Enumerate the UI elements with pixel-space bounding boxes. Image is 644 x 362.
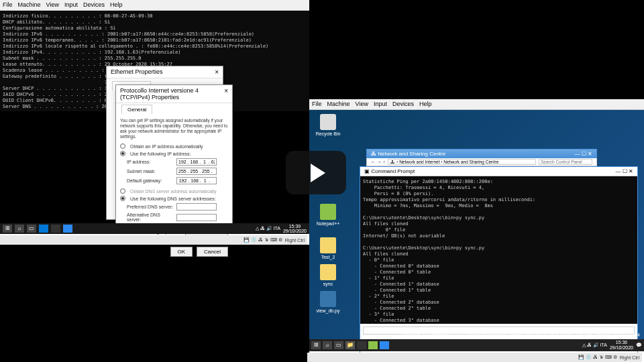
vm-statusbar-right: 💾 💿 🖧 🖱 ⌨ ⚙ Right Ctrl xyxy=(307,353,642,362)
alternative-dns-field[interactable] xyxy=(176,214,217,221)
ip-address-field[interactable] xyxy=(176,158,217,166)
ipv4-description: You can get IP settings assigned automat… xyxy=(120,118,228,139)
host-key-indicator: Right Ctrl xyxy=(620,355,639,360)
menu-help[interactable]: Help xyxy=(419,101,432,108)
close-icon[interactable]: × xyxy=(215,68,219,76)
tab-general[interactable]: General xyxy=(121,105,152,114)
explorer-taskbar-icon[interactable]: 📁 xyxy=(345,341,355,349)
video-play-button[interactable] xyxy=(286,151,346,194)
ethernet-title: Ethernet Properties xyxy=(111,68,163,76)
vm-menubar-right: File Machine View Input Devices Help xyxy=(309,99,644,110)
folder-sync-icon[interactable]: sync xyxy=(315,264,341,286)
explorer-icon[interactable] xyxy=(39,225,48,233)
radio-obtain-ip-auto[interactable] xyxy=(120,143,125,149)
radio-use-dns[interactable] xyxy=(120,196,125,201)
search-icon[interactable]: ⌕ xyxy=(15,225,24,233)
windows-watermark: Windows 10 Enterprise LTSC Evaluation Wi… xyxy=(401,332,640,338)
taskview-icon[interactable]: ▭ xyxy=(334,341,343,349)
settings-taskbar-icon[interactable] xyxy=(63,225,72,233)
ipv4-title: Protocollo Internet versione 4 (TCP/IPv4… xyxy=(120,87,224,101)
taskview-icon[interactable]: ▭ xyxy=(27,225,36,233)
cmd-taskbar-icon[interactable] xyxy=(51,225,60,233)
menu-help[interactable]: Help xyxy=(110,1,123,9)
breadcrumb[interactable]: ← → ↑🖧 › Network and Internet › Network … xyxy=(366,158,597,166)
start-button[interactable]: ⊞ xyxy=(3,225,12,233)
cmd-output: Statistiche Ping per 2a00:1450:4002:808:… xyxy=(360,176,637,324)
vm-statusbar-left: 💾 💿 🖧 🖱 ⌨ ⚙ Right Ctrl xyxy=(0,235,307,245)
cancel-button[interactable]: Cancel xyxy=(197,247,228,257)
vm-window-left: File Machine View Input Devices Help Ind… xyxy=(0,0,309,245)
recycle-bin-icon[interactable]: Recycle Bin xyxy=(315,114,341,136)
control-panel-taskbar-icon[interactable] xyxy=(380,341,389,349)
window-controls[interactable]: — ☐ ✕ xyxy=(616,168,633,174)
close-icon[interactable]: × xyxy=(224,87,228,101)
ipv4-properties-dialog[interactable]: Protocollo Internet versione 4 (TCP/IPv4… xyxy=(115,84,233,225)
notepad-icon[interactable]: Notepad++ xyxy=(315,204,341,226)
menu-machine[interactable]: Machine xyxy=(18,1,41,9)
taskbar-left[interactable]: ⊞ ⌕ ▭ △ 🖧 🔊 ITA 15:3929/10/2020 xyxy=(0,223,309,234)
guest-desktop-left: Indirizzo fisico. . . . . . . . . : 08-0… xyxy=(0,11,309,234)
viewdb-py-icon[interactable]: view_db.py xyxy=(315,291,341,313)
menu-view[interactable]: View xyxy=(46,1,59,9)
subnet-mask-field[interactable] xyxy=(176,168,217,175)
host-key-indicator: Right Ctrl xyxy=(285,238,305,243)
radio-use-ip[interactable] xyxy=(120,151,125,156)
menu-file[interactable]: File xyxy=(3,1,13,9)
gateway-field[interactable] xyxy=(176,177,217,184)
vm-window-right: File Machine View Input Devices Help Rec… xyxy=(309,99,644,362)
start-button[interactable]: ⊞ xyxy=(311,341,321,349)
search-icon[interactable]: ⌕ xyxy=(323,341,332,349)
ok-button[interactable]: OK xyxy=(170,247,193,257)
tray-icons[interactable]: △ 🖧 🔊 ITA xyxy=(582,343,607,348)
preferred-dns-field[interactable] xyxy=(176,203,217,210)
notepad-taskbar-icon[interactable] xyxy=(368,341,378,349)
menu-file[interactable]: File xyxy=(312,101,322,108)
taskbar-right[interactable]: ⊞ ⌕ ▭ 📁 △ 🖧 🔊 ITA 15:3629/10/2020 💬 xyxy=(309,339,644,351)
search-input[interactable] xyxy=(539,159,592,165)
guest-desktop-right: Recycle Bin Notepad++ Test_2 sync view_d… xyxy=(309,110,644,351)
cmd-taskbar-icon[interactable] xyxy=(357,341,366,349)
menu-view[interactable]: View xyxy=(356,101,368,108)
menu-devices[interactable]: Devices xyxy=(392,101,414,108)
menu-input[interactable]: Input xyxy=(64,1,78,9)
radio-obtain-dns-auto[interactable] xyxy=(120,188,125,194)
tray-icons[interactable]: △ 🖧 🔊 ITA xyxy=(256,226,280,231)
menu-input[interactable]: Input xyxy=(374,101,387,108)
menu-machine[interactable]: Machine xyxy=(327,101,350,108)
folder-test2-icon[interactable]: Test_2 xyxy=(315,237,341,259)
window-controls[interactable]: — ☐ ✕ xyxy=(575,151,592,157)
menu-devices[interactable]: Devices xyxy=(83,1,105,9)
vm-menubar-left: File Machine View Input Devices Help xyxy=(0,0,309,11)
